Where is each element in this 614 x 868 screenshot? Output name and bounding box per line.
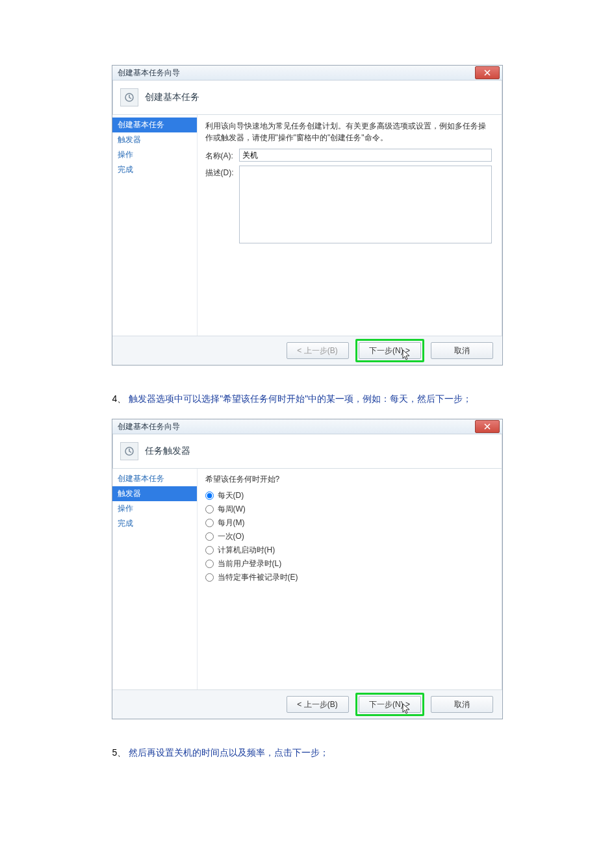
close-button[interactable] [475,66,500,79]
radio-once[interactable]: 一次(O) [205,531,492,542]
close-icon [484,69,491,76]
dialog-title: 创建基本任务向导 [118,421,180,432]
page-title: 创建基本任务 [145,92,199,103]
radio-input[interactable] [205,532,214,541]
cancel-button[interactable]: 取消 [431,342,493,359]
radio-input[interactable] [205,573,214,582]
sidebar-item-finish[interactable]: 完成 [112,516,197,531]
sidebar-item-action[interactable]: 操作 [112,147,197,162]
sidebar-item-action[interactable]: 操作 [112,501,197,516]
radio-event[interactable]: 当特定事件被记录时(E) [205,572,492,583]
radio-logon[interactable]: 当前用户登录时(L) [205,558,492,569]
dialog-footer: < 上一步(B) 下一步(N) > 取消 [112,336,502,365]
close-button[interactable] [475,420,500,433]
sidebar-item-trigger[interactable]: 触发器 [112,132,197,147]
wizard-sidebar: 创建基本任务 触发器 操作 完成 [112,469,198,689]
step-number: 4、 [112,393,127,404]
radio-daily[interactable]: 每天(D) [205,490,492,501]
back-button[interactable]: < 上一步(B) [287,696,349,713]
dialog-header: 创建基本任务 [112,81,502,115]
description-label: 描述(D): [205,166,239,179]
description-input[interactable] [239,166,492,243]
radio-monthly[interactable]: 每月(M) [205,517,492,528]
sidebar-item-trigger[interactable]: 触发器 [112,486,197,501]
wizard-dialog-basic-task: 创建基本任务向导 创建基本任务 创建基本任务 触发器 操作 完成 利用该向导快速… [112,65,503,366]
sidebar-item-create-basic[interactable]: 创建基本任务 [112,471,197,486]
cancel-button[interactable]: 取消 [431,696,493,713]
instruction-step-4: 4、触发器选项中可以选择"希望该任务何时开始"中的某一项，例如：每天，然后下一步… [112,391,502,406]
step-body: 触发器选项中可以选择"希望该任务何时开始"中的某一项，例如：每天，然后下一步； [129,393,472,404]
sidebar-item-finish[interactable]: 完成 [112,162,197,177]
radio-input[interactable] [205,546,214,554]
radio-input[interactable] [205,519,214,527]
radio-input[interactable] [205,491,214,500]
name-input[interactable] [239,149,492,162]
wizard-sidebar: 创建基本任务 触发器 操作 完成 [112,115,198,336]
step-body: 然后再设置关机的时间点以及频率，点击下一步； [129,747,329,758]
instruction-step-5: 5、然后再设置关机的时间点以及频率，点击下一步； [112,745,502,760]
trigger-question: 希望该任务何时开始? [205,474,492,485]
name-label: 名称(A): [205,149,239,162]
titlebar: 创建基本任务向导 [112,419,502,434]
close-icon [484,423,491,430]
titlebar: 创建基本任务向导 [112,66,502,81]
wizard-icon [120,442,138,460]
dialog-header: 任务触发器 [112,434,502,469]
dialog-content: 希望该任务何时开始? 每天(D) 每周(W) 每月(M) 一次(O) 计算机启动… [198,469,502,689]
next-button-highlight: 下一步(N) > [355,339,424,362]
radio-startup[interactable]: 计算机启动时(H) [205,545,492,556]
wizard-dialog-trigger: 创建基本任务向导 任务触发器 创建基本任务 触发器 操作 完成 希望该任务何时开… [112,419,503,719]
dialog-title: 创建基本任务向导 [118,68,180,79]
radio-weekly[interactable]: 每周(W) [205,504,492,515]
wizard-icon [120,88,138,106]
dialog-footer: < 上一步(B) 下一步(N) > 取消 [112,689,502,719]
next-button[interactable]: 下一步(N) > [359,342,421,359]
dialog-content: 利用该向导快速地为常见任务创建计划。有关更多高级选项或设置，例如多任务操作或触发… [198,115,502,336]
sidebar-item-create-basic[interactable]: 创建基本任务 [112,118,197,132]
back-button[interactable]: < 上一步(B) [287,342,349,359]
next-button-highlight: 下一步(N) > [355,693,424,716]
intro-text: 利用该向导快速地为常见任务创建计划。有关更多高级选项或设置，例如多任务操作或触发… [205,120,492,143]
radio-input[interactable] [205,505,214,514]
page-title: 任务触发器 [145,445,190,457]
step-number: 5、 [112,747,127,758]
radio-input[interactable] [205,560,214,568]
next-button[interactable]: 下一步(N) > [359,696,421,713]
